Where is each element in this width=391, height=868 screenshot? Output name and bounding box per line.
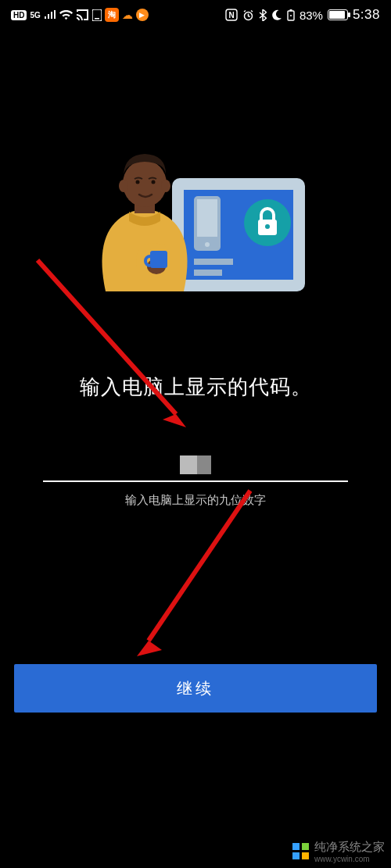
svg-point-21 [161, 180, 170, 192]
svg-rect-6 [289, 9, 292, 11]
status-left: HD 5G 淘 ☁ ▶ [11, 8, 149, 22]
svg-rect-30 [292, 843, 300, 850]
svg-rect-1 [95, 18, 99, 20]
text-cursor [180, 455, 211, 474]
code-input[interactable] [43, 455, 348, 480]
svg-rect-31 [302, 843, 309, 850]
wifi-icon [59, 10, 73, 20]
svg-point-7 [290, 15, 292, 16]
signal-icon [44, 10, 56, 20]
page-title: 输入电脑上显示的代码。 [80, 373, 312, 401]
continue-button[interactable]: 继续 [14, 664, 377, 713]
battery-percentage: 83% [300, 9, 323, 22]
continue-button-label: 继续 [177, 678, 214, 699]
svg-rect-17 [194, 270, 222, 276]
svg-point-12 [265, 224, 270, 229]
status-bar: HD 5G 淘 ☁ ▶ N 83% [0, 0, 391, 30]
annotation-arrow-to-button [129, 484, 262, 664]
cast-icon [76, 9, 89, 20]
svg-point-15 [205, 242, 210, 247]
svg-rect-32 [292, 852, 300, 859]
svg-point-19 [123, 160, 167, 207]
nfc-icon: N [225, 9, 238, 21]
svg-marker-29 [137, 641, 162, 656]
svg-line-28 [149, 491, 250, 641]
dnd-moon-icon [271, 9, 282, 20]
battery-icon [328, 9, 348, 20]
svg-rect-33 [302, 852, 309, 859]
svg-rect-25 [150, 251, 167, 268]
cloud-app-icon: ☁ [122, 9, 133, 21]
pairing-illustration [78, 151, 313, 307]
svg-point-20 [119, 180, 128, 192]
watermark: 纯净系统之家 www.ycwin.com [292, 840, 385, 863]
svg-text:N: N [228, 11, 234, 20]
network-type: 5G [30, 11, 40, 20]
input-underline [43, 480, 348, 482]
watermark-logo-icon [292, 843, 310, 860]
clock: 5:38 [353, 7, 380, 23]
bluetooth-icon [259, 9, 267, 21]
watermark-text-block: 纯净系统之家 www.ycwin.com [314, 840, 385, 863]
svg-point-22 [136, 180, 140, 184]
hd-badge: HD [11, 10, 27, 20]
code-input-wrap: 输入电脑上显示的九位数字 [43, 455, 348, 508]
svg-point-23 [152, 180, 156, 184]
play-app-icon: ▶ [136, 9, 149, 21]
battery-saver-icon [287, 9, 295, 21]
taobao-app-icon: 淘 [105, 8, 119, 22]
svg-rect-14 [197, 199, 217, 237]
device-icon [92, 9, 102, 21]
input-hint: 输入电脑上显示的九位数字 [43, 493, 348, 508]
alarm-icon [242, 9, 254, 21]
status-right: N 83% 5:38 [225, 7, 380, 23]
watermark-text: 纯净系统之家 [314, 840, 385, 855]
svg-rect-0 [92, 9, 102, 21]
svg-rect-16 [194, 259, 233, 265]
watermark-site: www.ycwin.com [314, 855, 385, 863]
main-content: 输入电脑上显示的代码。 输入电脑上显示的九位数字 [0, 30, 391, 508]
